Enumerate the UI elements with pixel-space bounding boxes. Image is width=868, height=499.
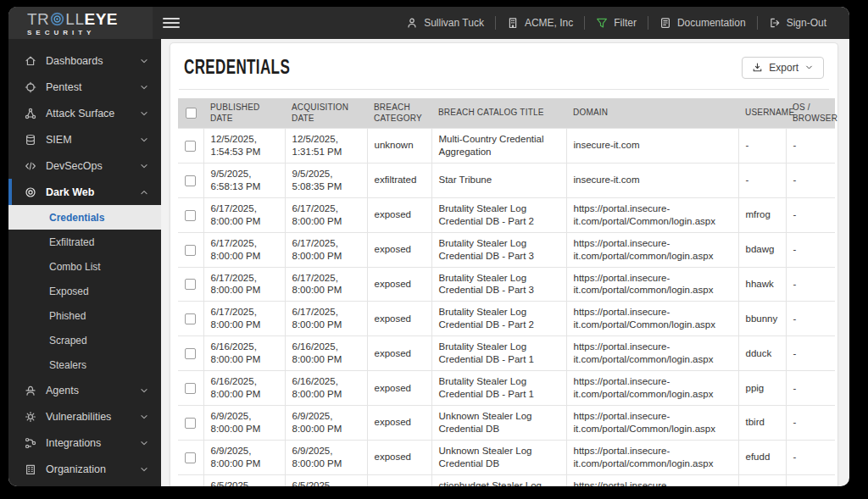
sidebar-item-stealers[interactable]: Stealers [8, 352, 161, 377]
user-icon [406, 17, 418, 29]
topbar-item-label: Documentation [677, 17, 746, 29]
table-row[interactable]: 12/5/2025, 1:54:53 PM 12/5/2025, 1:31:51… [178, 129, 835, 164]
topbar-item-label: Filter [614, 17, 637, 29]
cell-published-date: 6/16/2025, 8:00:00 PM [203, 371, 285, 406]
cell-breach-catalog-title: Brutality Stealer Log Credential DB - Pa… [431, 197, 566, 232]
topbar-rest: Sullivan Tuck ACME, Inc Filter Documenta… [153, 7, 849, 39]
cell-os-browser: - [786, 406, 835, 441]
cell-breach-catalog-title: Brutality Stealer Log Credential DB - Pa… [431, 336, 566, 371]
sidebar-item-label: SIEM [46, 134, 139, 146]
eye-icon [25, 186, 36, 198]
signout-icon [769, 17, 781, 29]
table-row[interactable]: 6/17/2025, 8:00:00 PM 6/17/2025, 8:00:00… [178, 302, 835, 336]
table-row[interactable]: 6/17/2025, 8:00:00 PM 6/17/2025, 8:00:00… [178, 232, 835, 267]
sidebar-item-exfiltrated[interactable]: Exfiltrated [8, 230, 161, 254]
cell-os-browser: - [786, 336, 835, 371]
row-checkbox[interactable] [185, 418, 196, 429]
export-button[interactable]: Export [742, 57, 824, 79]
sidebar-item-scraped[interactable]: Scraped [8, 328, 161, 352]
cell-published-date: 6/9/2025, 8:00:00 PM [203, 406, 285, 441]
cell-domain: https://portal.insecure-it.com/portal/co… [566, 440, 738, 474]
sidebar-item-agents[interactable]: Agents [8, 377, 161, 403]
table-row[interactable]: 6/5/2025, 8:00:00 PM 6/5/2025, 8:00:00 P… [178, 474, 835, 486]
sidebar-item-attack-surface[interactable]: Attack Surface [8, 100, 161, 126]
cell-breach-catalog-title: Brutality Stealer Log Credential DB - Pa… [431, 267, 566, 302]
brand-subtitle: SECURITY [27, 29, 153, 36]
brand-logo[interactable]: TR LL EYE SECURITY [8, 7, 153, 39]
export-button-label: Export [769, 62, 798, 74]
topbar-item-sullivan-tuck[interactable]: Sullivan Tuck [395, 17, 495, 29]
sidebar-item-label: Dashboards [46, 55, 139, 67]
sidebar-item-devsecops[interactable]: DevSecOps [8, 152, 161, 179]
main-content: CREDENTIALS Export [161, 39, 849, 486]
hamburger-menu-icon[interactable] [163, 18, 180, 28]
sidebar-item-pentest[interactable]: Pentest [8, 74, 161, 100]
cell-os-browser: - [786, 302, 835, 336]
table-row[interactable]: 9/5/2025, 6:58:13 PM 9/5/2025, 5:08:35 P… [178, 163, 835, 197]
row-checkbox[interactable] [185, 348, 196, 359]
cell-breach-catalog-title: Unknown Stealer Log Credential DB [431, 440, 566, 474]
topbar: TR LL EYE SECURITY Sullivan Tuck ACME, I… [8, 7, 849, 39]
cell-os-browser: - [786, 163, 835, 197]
table-row[interactable]: 6/9/2025, 8:00:00 PM 6/9/2025, 8:00:00 P… [178, 440, 835, 474]
row-checkbox[interactable] [185, 141, 196, 152]
sidebar-item-label: Integrations [46, 437, 139, 449]
topbar-item-filter[interactable]: Filter [585, 17, 648, 29]
target-icon [25, 81, 36, 93]
cell-username: ppig [738, 371, 786, 406]
table-row[interactable]: 6/17/2025, 8:00:00 PM 6/17/2025, 8:00:00… [178, 267, 835, 302]
cell-published-date: 6/17/2025, 8:00:00 PM [203, 302, 285, 336]
row-checkbox[interactable] [185, 279, 196, 290]
row-checkbox[interactable] [185, 383, 196, 394]
chevron-down-icon [139, 135, 149, 145]
sidebar-item-organization[interactable]: Organization [8, 456, 161, 482]
sidebar-item-phished[interactable]: Phished [8, 303, 161, 328]
sidebar-item-dark-web[interactable]: Dark Web [8, 179, 161, 205]
brand-part2: LL [65, 11, 84, 27]
sidebar-item-dashboards[interactable]: Dashboards [8, 47, 161, 74]
table-row[interactable]: 6/9/2025, 8:00:00 PM 6/9/2025, 8:00:00 P… [178, 406, 835, 441]
row-checkbox[interactable] [185, 210, 196, 221]
cell-os-browser: - [786, 232, 835, 267]
cell-domain: https://portal.insecure-it.com/portal/Co… [566, 406, 738, 441]
sidebar-item-label: Attack Surface [46, 108, 139, 119]
brand-part3: EYE [84, 11, 118, 27]
table-row[interactable]: 6/17/2025, 8:00:00 PM 6/17/2025, 8:00:00… [178, 197, 835, 232]
table-row[interactable]: 6/16/2025, 8:00:00 PM 6/16/2025, 8:00:00… [178, 336, 835, 371]
sidebar-subitem-label: Combo List [49, 261, 101, 273]
brand-eye-icon [50, 12, 64, 26]
cell-username: bbunny [738, 302, 786, 336]
cell-breach-category: exposed [367, 440, 431, 474]
row-checkbox[interactable] [185, 175, 196, 186]
row-checkbox[interactable] [185, 452, 196, 463]
cell-domain: https://portal.insecure-it.com/portal/co… [566, 336, 738, 371]
sidebar-item-integrations[interactable]: Integrations [8, 430, 161, 456]
topbar-item-sign-out[interactable]: Sign-Out [758, 17, 837, 29]
row-checkbox[interactable] [185, 313, 196, 324]
table-row[interactable]: 6/16/2025, 8:00:00 PM 6/16/2025, 8:00:00… [178, 371, 835, 406]
topbar-item-acme-inc[interactable]: ACME, Inc [496, 17, 584, 29]
sidebar-item-vulnerabilities[interactable]: Vulnerabilities [8, 403, 161, 430]
cell-os-browser: - [786, 197, 835, 232]
row-checkbox[interactable] [185, 245, 196, 256]
sidebar-submenu: Credentials Exfiltrated Combo List Expos… [8, 205, 161, 377]
cell-domain: insecure-it.com [566, 163, 738, 197]
download-icon [752, 62, 763, 73]
cell-published-date: 6/5/2025, 8:00:00 PM [203, 474, 285, 486]
select-all-checkbox[interactable] [186, 108, 197, 119]
column-header: PUBLISHED DATE [203, 98, 285, 129]
cell-published-date: 6/17/2025, 8:00:00 PM [203, 267, 285, 302]
cell-breach-category: unknown [367, 129, 431, 164]
cell-os-browser: - [786, 371, 835, 406]
credentials-card: CREDENTIALS Export [170, 42, 838, 486]
cell-acquisition-date: 6/17/2025, 8:00:00 PM [285, 302, 367, 336]
sidebar-item-exposed[interactable]: Exposed [8, 279, 161, 303]
sidebar-item-combo-list[interactable]: Combo List [8, 254, 161, 279]
cell-published-date: 6/17/2025, 8:00:00 PM [203, 232, 285, 267]
cell-breach-catalog-title: Star Tribune [431, 163, 566, 197]
sidebar-item-label: Dark Web [46, 186, 139, 198]
cell-breach-catalog-title: Brutality Stealer Log Credential DB - Pa… [431, 371, 566, 406]
sidebar-item-credentials[interactable]: Credentials [8, 205, 161, 230]
topbar-item-documentation[interactable]: Documentation [648, 17, 757, 29]
sidebar-item-siem[interactable]: SIEM [8, 126, 161, 152]
